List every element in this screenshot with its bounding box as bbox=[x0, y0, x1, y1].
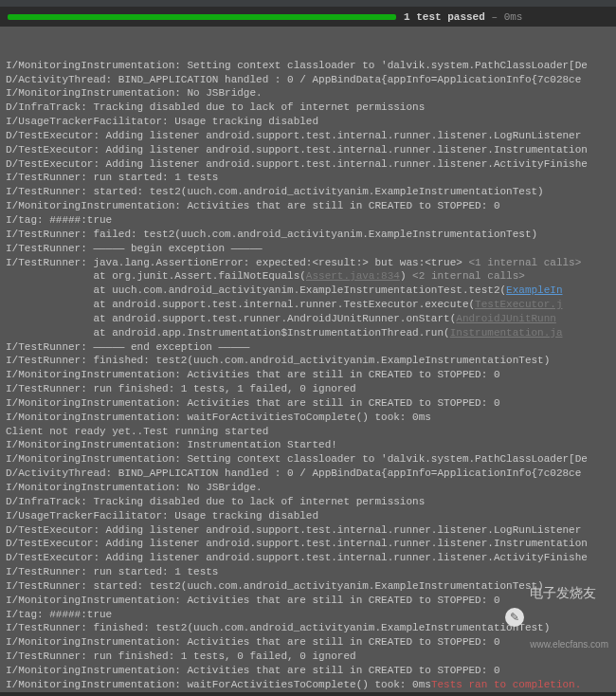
log-line: I/TestRunner: run started: 1 tests bbox=[6, 171, 610, 185]
log-line: at org.junit.Assert.failNotEquals(Assert… bbox=[6, 269, 610, 284]
source-link[interactable]: Instrumentation.ja bbox=[450, 327, 563, 339]
console-output[interactable]: ✎ 电子发烧友 www.elecfans.com I/MonitoringIns… bbox=[0, 27, 616, 692]
log-line: D/TestExecutor: Adding listener android.… bbox=[6, 129, 610, 143]
log-line: I/MonitoringInstrumentation: Activities … bbox=[6, 199, 610, 213]
log-line: D/InfraTrack: Tracking disabled due to l… bbox=[6, 101, 610, 115]
log-line: I/TestRunner: finished: test2(uuch.com.a… bbox=[6, 354, 610, 368]
log-line: at android.support.test.runner.AndroidJU… bbox=[6, 312, 610, 326]
log-line: I/MonitoringInstrumentation: Activities … bbox=[6, 368, 610, 382]
log-line: I/TestRunner: ————— end exception ————— bbox=[6, 340, 610, 355]
source-link[interactable]: Assert.java:834 bbox=[306, 270, 400, 282]
status-separator: – bbox=[485, 11, 504, 23]
log-line: I/MonitoringInstrumentation: Instrumenta… bbox=[6, 438, 610, 452]
log-line: I/MonitoringInstrumentation: Setting con… bbox=[6, 59, 610, 73]
log-line: I/MonitoringInstrumentation: Activities … bbox=[6, 396, 610, 411]
log-line: D/TestExecutor: Adding listener android.… bbox=[6, 523, 610, 538]
log-line: D/TestExecutor: Adding listener android.… bbox=[6, 157, 610, 172]
progress-bar bbox=[8, 14, 396, 20]
log-line: I/UsageTrackerFacilitator: Usage trackin… bbox=[6, 115, 610, 129]
log-line: D/InfraTrack: Tracking disabled due to l… bbox=[6, 495, 610, 509]
log-line: at android.support.test.internal.runner.… bbox=[6, 298, 610, 312]
status-text: 1 test passed – 0ms bbox=[404, 11, 522, 23]
watermark-text: 电子发烧友 www.elecfans.com bbox=[530, 548, 608, 687]
log-line: I/TestRunner: java.lang.AssertionError: … bbox=[6, 256, 610, 270]
top-bar bbox=[0, 0, 616, 8]
log-line: I/tag: #####:true bbox=[6, 213, 610, 228]
passed-count: 1 test passed bbox=[404, 11, 485, 23]
progress-fill bbox=[8, 14, 396, 20]
log-line: I/TestRunner: started: test2(uuch.com.an… bbox=[6, 185, 610, 199]
log-line: I/MonitoringInstrumentation: Setting con… bbox=[6, 452, 610, 467]
log-line: I/MonitoringInstrumentation: No JSBridge… bbox=[6, 86, 610, 101]
log-line: Client not ready yet..Test running start… bbox=[6, 425, 610, 439]
source-link[interactable]: ExampleIn bbox=[506, 284, 562, 296]
log-line: D/TestExecutor: Adding listener android.… bbox=[6, 143, 610, 157]
log-line: D/ActivityThread: BIND_APPLICATION handl… bbox=[6, 467, 610, 481]
log-line: I/MonitoringInstrumentation: waitForActi… bbox=[6, 411, 610, 425]
log-line: I/TestRunner: run finished: 1 tests, 1 f… bbox=[6, 382, 610, 396]
log-line: I/TestRunner: failed: test2(uuch.com.and… bbox=[6, 228, 610, 242]
source-link[interactable]: AndroidJUnitRunn bbox=[456, 313, 556, 324]
log-line: D/ActivityThread: BIND_APPLICATION handl… bbox=[6, 73, 610, 87]
log-line: at android.app.Instrumentation$Instrumen… bbox=[6, 326, 610, 340]
test-status-row: 1 test passed – 0ms bbox=[0, 8, 616, 27]
status-time: 0ms bbox=[504, 11, 523, 23]
log-line: at uuch.com.android_activityanim.Example… bbox=[6, 284, 610, 298]
log-line: I/MonitoringInstrumentation: No JSBridge… bbox=[6, 481, 610, 495]
source-link[interactable]: TestExecutor.j bbox=[475, 299, 562, 310]
log-line: I/UsageTrackerFacilitator: Usage trackin… bbox=[6, 509, 610, 523]
watermark: ✎ 电子发烧友 www.elecfans.com bbox=[505, 548, 608, 687]
log-line: I/TestRunner: ————— begin exception ————… bbox=[6, 242, 610, 256]
watermark-icon: ✎ bbox=[505, 608, 524, 627]
